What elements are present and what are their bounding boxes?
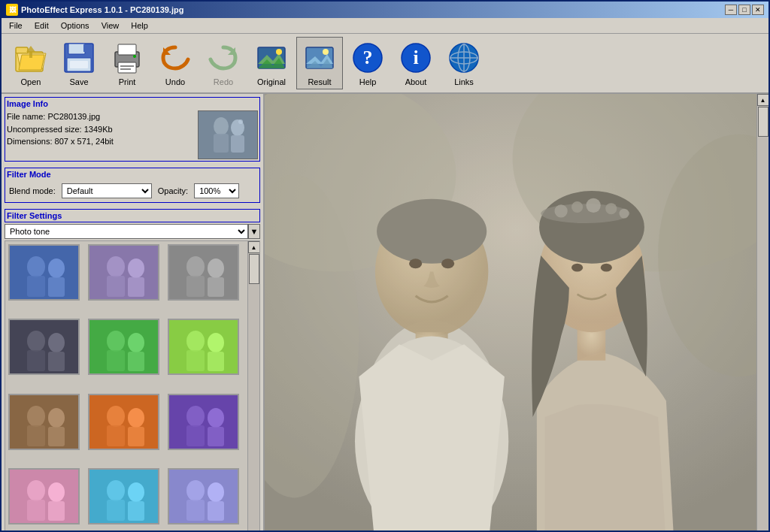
- svg-point-47: [128, 258, 144, 278]
- original-icon: [253, 40, 290, 76]
- svg-point-57: [48, 333, 65, 352]
- help-svg: ?: [351, 41, 384, 74]
- maximize-button[interactable]: □: [738, 5, 750, 15]
- opacity-label: Opacity:: [158, 186, 188, 195]
- svg-text:?: ?: [363, 47, 373, 68]
- svg-rect-7: [70, 61, 88, 68]
- save-label: Save: [69, 77, 88, 86]
- close-button[interactable]: ✕: [752, 5, 764, 15]
- result-label: Result: [308, 77, 331, 86]
- redo-button[interactable]: Redo: [200, 37, 247, 89]
- menu-file[interactable]: File: [5, 20, 27, 32]
- thumb-green-tone[interactable]: [88, 319, 159, 375]
- scroll-up-arrow[interactable]: ▲: [248, 241, 260, 253]
- svg-point-65: [186, 331, 205, 352]
- svg-rect-41: [27, 276, 45, 297]
- print-button[interactable]: Print: [104, 37, 150, 89]
- svg-rect-51: [186, 276, 205, 297]
- image-info-section: Image Info File name: PC280139.jpg Uncom…: [5, 97, 260, 162]
- thumb-blue-svg: [10, 246, 80, 301]
- image-thumbnail: [198, 110, 258, 159]
- result-svg: [303, 41, 336, 74]
- thumb-purple-tone[interactable]: [168, 394, 239, 450]
- blend-mode-label: Blend mode:: [9, 186, 56, 195]
- title-bar: 🖼 PhotoEffect Express 1.0.1 - PC280139.j…: [2, 2, 768, 18]
- svg-point-75: [107, 406, 125, 427]
- about-svg: i: [399, 41, 432, 74]
- redo-icon: [205, 40, 241, 76]
- app-window: 🖼 PhotoEffect Express 1.0.1 - PC280139.j…: [0, 0, 770, 532]
- thumb-lime-tone[interactable]: [168, 319, 239, 375]
- menu-help[interactable]: Help: [126, 20, 153, 32]
- thumb-orange-tone[interactable]: [88, 394, 159, 450]
- about-icon: i: [398, 40, 434, 76]
- svg-point-82: [208, 408, 224, 428]
- right-scroll-up[interactable]: ▲: [757, 94, 769, 106]
- blend-mode-select[interactable]: Default Normal Multiply Screen: [62, 183, 152, 198]
- svg-rect-1: [16, 47, 28, 53]
- svg-rect-68: [208, 352, 224, 371]
- minimize-button[interactable]: ─: [725, 5, 737, 15]
- main-image-display: [265, 94, 768, 532]
- thumb-lavender-tone[interactable]: [168, 468, 239, 524]
- svg-point-97: [208, 482, 224, 502]
- open-button[interactable]: Open: [8, 37, 54, 89]
- thumb-dark-tone[interactable]: [8, 319, 80, 375]
- thumb-sepia-tone[interactable]: [88, 244, 159, 301]
- filter-settings-title: Filter Settings: [5, 209, 260, 222]
- svg-rect-12: [120, 68, 131, 70]
- print-label: Print: [119, 77, 136, 86]
- filter-type-select[interactable]: Photo tone Blur Sharpen Sepia: [5, 224, 248, 239]
- links-button[interactable]: Links: [441, 37, 487, 89]
- title-bar-controls: ─ □ ✕: [725, 5, 764, 15]
- main-content: Image Info File name: PC280139.jpg Uncom…: [2, 94, 768, 532]
- svg-point-62: [128, 333, 144, 352]
- svg-rect-93: [128, 501, 144, 521]
- svg-rect-48: [128, 277, 144, 297]
- scroll-thumb[interactable]: [249, 254, 259, 284]
- help-button[interactable]: ? Help: [344, 37, 391, 89]
- menu-view[interactable]: View: [97, 20, 124, 32]
- svg-point-50: [186, 256, 205, 277]
- right-scroll-track: [757, 106, 768, 532]
- filter-dropdown-arrow[interactable]: ▼: [248, 224, 260, 239]
- open-label: Open: [21, 77, 41, 86]
- thumbnail-svg: [199, 111, 258, 159]
- open-icon: [13, 40, 49, 76]
- svg-point-72: [48, 408, 65, 428]
- menu-options[interactable]: Options: [56, 20, 94, 32]
- undo-svg: [159, 41, 192, 74]
- svg-rect-10: [118, 62, 136, 73]
- svg-rect-88: [48, 501, 65, 521]
- help-icon: ?: [350, 40, 386, 76]
- opacity-select[interactable]: 100% 90% 80% 70%: [194, 183, 239, 198]
- original-button[interactable]: Original: [248, 37, 295, 89]
- thumb-cyan-tone[interactable]: [88, 468, 159, 524]
- original-svg: [255, 41, 288, 74]
- thumb-blue-tone[interactable]: [8, 244, 80, 301]
- thumb-gray-tone[interactable]: [168, 244, 239, 301]
- right-scroll-thumb[interactable]: [758, 107, 768, 137]
- scroll-track: [248, 253, 259, 530]
- about-label: About: [405, 77, 427, 86]
- undo-button[interactable]: Undo: [152, 37, 199, 89]
- thumb-brown-tone[interactable]: [8, 394, 80, 450]
- svg-point-77: [128, 408, 144, 428]
- svg-rect-4: [68, 44, 85, 54]
- thumb-pink-tone[interactable]: [8, 468, 80, 524]
- left-panel: Image Info File name: PC280139.jpg Uncom…: [2, 94, 265, 532]
- thumb-lavender-svg: [169, 470, 239, 524]
- thumb-pink-svg: [10, 470, 80, 524]
- svg-point-87: [48, 482, 65, 502]
- result-button[interactable]: Result: [296, 37, 343, 89]
- svg-rect-76: [107, 425, 125, 446]
- svg-point-90: [107, 480, 125, 501]
- dimensions: Dimensions: 807 x 571, 24bit: [7, 135, 195, 148]
- undo-label: Undo: [165, 77, 185, 86]
- save-button[interactable]: Save: [56, 37, 102, 89]
- about-button[interactable]: i About: [393, 37, 439, 89]
- main-image-svg: [265, 94, 768, 532]
- menu-edit[interactable]: Edit: [30, 20, 53, 32]
- svg-point-13: [133, 55, 136, 58]
- thumb-green-svg: [89, 320, 159, 375]
